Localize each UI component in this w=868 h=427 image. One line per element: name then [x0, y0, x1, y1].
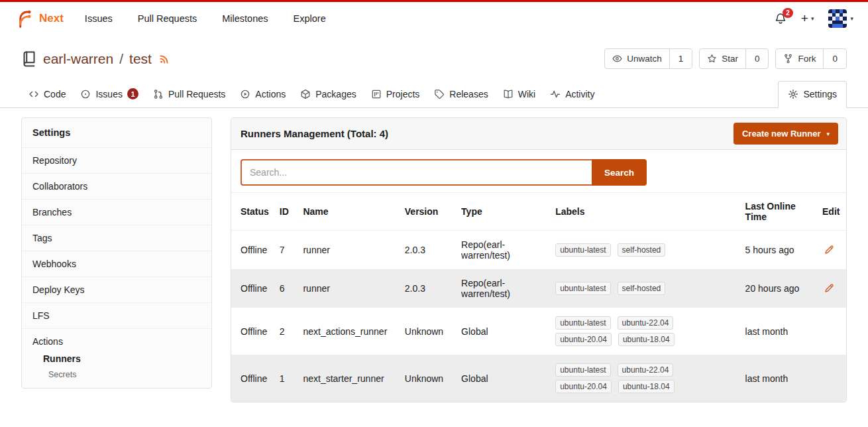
col-header-type: Type [456, 193, 550, 231]
unwatch-label: Unwatch [627, 54, 662, 64]
sidebar-item-branches[interactable]: Branches [22, 199, 211, 225]
nav-item-issues[interactable]: Issues [85, 13, 113, 24]
edit-runner-button[interactable] [822, 243, 836, 257]
col-header-last-online-time: Last Online Time [740, 193, 817, 231]
tab-packages[interactable]: Packages [293, 82, 363, 107]
tab-actions[interactable]: Actions [233, 82, 293, 107]
col-header-labels: Labels [550, 193, 739, 231]
sidebar-item-webhooks[interactable]: Webhooks [22, 251, 211, 276]
runner-labels: ubuntu-latestself-hosted [550, 231, 739, 270]
tab-label: Issues [95, 89, 122, 99]
runner-name: runner [298, 269, 399, 308]
sidebar-item-collaborators[interactable]: Collaborators [22, 173, 211, 199]
tab-code[interactable]: Code [21, 82, 73, 107]
navbar: Next Issues Pull Requests Milestones Exp… [0, 2, 868, 35]
runner-id: 1 [274, 355, 298, 402]
repo-owner-link[interactable]: earl-warren [43, 51, 113, 67]
forks-count[interactable]: 0 [823, 49, 846, 68]
col-header-id: ID [274, 193, 298, 231]
tab-releases[interactable]: Releases [427, 82, 495, 107]
runner-last-online: 5 hours ago [740, 231, 817, 270]
tab-activity[interactable]: Activity [543, 82, 602, 107]
tab-pull-requests[interactable]: Pull Requests [146, 82, 233, 107]
repo-name-link[interactable]: test [129, 51, 152, 67]
runners-panel: Runners Management (Total: 4) Create new… [231, 117, 847, 402]
runner-label-chip: ubuntu-latest [555, 282, 610, 295]
runner-version: Unknown [400, 308, 456, 355]
nav-item-explore[interactable]: Explore [294, 13, 326, 24]
runner-label-chip: ubuntu-20.04 [555, 333, 612, 346]
runner-name: next_starter_runner [298, 355, 399, 402]
runner-labels: ubuntu-latestubuntu-22.04ubuntu-20.04ubu… [550, 308, 739, 355]
repo-actions: Unwatch 1 Star 0 [604, 48, 847, 69]
sidebar-item-deploy-keys[interactable]: Deploy Keys [22, 276, 211, 302]
user-menu-button[interactable]: ▾ [828, 9, 853, 28]
issues-count-badge: 1 [127, 88, 138, 99]
forgejo-logo-icon [15, 9, 34, 29]
fork-button[interactable]: Fork [776, 49, 823, 68]
nav-links: Issues Pull Requests Milestones Explore [85, 13, 326, 24]
fork-icon [783, 54, 793, 64]
runner-id: 2 [274, 308, 298, 355]
search-input[interactable] [241, 159, 592, 186]
sidebar-item-tags[interactable]: Tags [22, 225, 211, 251]
tab-issues[interactable]: Issues 1 [73, 82, 145, 107]
stars-count[interactable]: 0 [745, 49, 769, 68]
runner-row: Offline2next_actions_runnerUnknownGlobal… [231, 308, 846, 355]
runner-label-chip: ubuntu-22.04 [618, 363, 674, 377]
tab-label: Wiki [518, 89, 535, 99]
issue-icon [80, 89, 91, 99]
star-icon [707, 54, 717, 64]
runner-type: Repo(earl-warren/test) [456, 269, 550, 308]
rss-icon[interactable] [159, 53, 170, 64]
sidebar-subitem-runners[interactable]: Runners [22, 349, 211, 367]
runner-row: Offline1next_starter_runnerUnknownGlobal… [231, 355, 846, 402]
chevron-down-icon: ▾ [811, 15, 814, 22]
runner-label-chip: ubuntu-22.04 [618, 316, 674, 330]
unwatch-button[interactable]: Unwatch [605, 49, 669, 68]
repo-title: earl-warren / test [21, 51, 170, 67]
runner-label-chip: ubuntu-18.04 [618, 333, 675, 346]
tab-label: Actions [255, 89, 286, 99]
play-circle-icon [240, 89, 250, 99]
package-icon [300, 89, 311, 99]
runner-type: Global [456, 355, 550, 402]
star-label: Star [722, 54, 738, 64]
repo-header: earl-warren / test Unwatch 1 [0, 35, 868, 77]
sidebar-item-lfs[interactable]: LFS [22, 302, 211, 328]
pulse-icon [550, 89, 561, 99]
runner-status: Offline [231, 231, 274, 270]
pencil-icon [824, 283, 834, 294]
runner-status: Offline [231, 269, 274, 308]
runner-type: Repo(earl-warren/test) [456, 231, 550, 270]
brand-home-link[interactable]: Next [15, 9, 64, 29]
nav-item-milestones[interactable]: Milestones [222, 13, 268, 24]
panel-title: Runners Management (Total: 4) [241, 128, 388, 139]
runners-table: Status ID Name Version Type Labels Last … [231, 192, 846, 402]
repo-separator: / [119, 51, 123, 67]
runner-label-chip: ubuntu-latest [555, 316, 610, 330]
edit-runner-button[interactable] [822, 282, 836, 295]
eye-icon [612, 54, 622, 64]
sidebar-subitem-secrets[interactable]: Secrets [22, 367, 211, 388]
star-button[interactable]: Star [700, 49, 745, 68]
star-button-group: Star 0 [699, 48, 769, 69]
pencil-icon [824, 245, 834, 255]
nav-item-pull-requests[interactable]: Pull Requests [138, 13, 197, 24]
pull-request-icon [153, 89, 164, 99]
search-button[interactable]: Search [592, 159, 647, 186]
create-menu-button[interactable]: + ▾ [801, 11, 814, 26]
runner-version: Unknown [400, 355, 456, 402]
tab-label: Releases [449, 89, 488, 99]
notifications-button[interactable]: 2 [775, 13, 787, 25]
sidebar-item-repository[interactable]: Repository [22, 147, 211, 173]
panel-header: Runners Management (Total: 4) Create new… [231, 118, 846, 150]
tab-settings[interactable]: Settings [778, 81, 847, 108]
tab-wiki[interactable]: Wiki [496, 82, 543, 107]
fork-button-group: Fork 0 [775, 48, 847, 69]
tab-projects[interactable]: Projects [364, 82, 427, 107]
create-runner-button[interactable]: Create new Runner ▾ [733, 123, 838, 145]
sidebar-item-actions[interactable]: Actions [22, 328, 211, 349]
runner-label-chip: ubuntu-latest [555, 243, 610, 257]
watchers-count[interactable]: 1 [669, 49, 692, 68]
